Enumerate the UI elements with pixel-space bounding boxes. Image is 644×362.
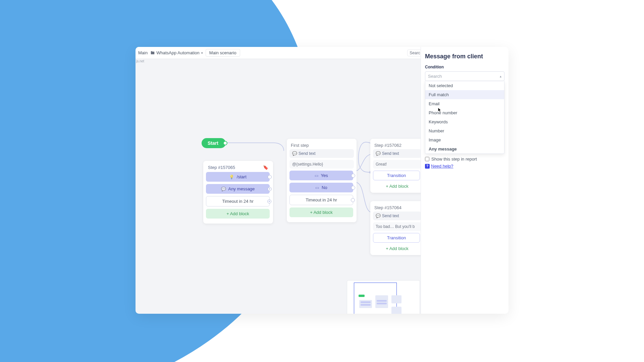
first-step-card[interactable]: First step 💬 Send text @{settings.Hello}… [287,139,357,222]
add-port[interactable]: + [268,187,272,191]
transition-chip[interactable]: Transition [373,233,420,243]
folder-icon [150,51,155,55]
chevron-down-icon: ▾ [201,51,203,55]
transition-chip[interactable]: Transition [373,171,420,180]
checkbox[interactable] [425,157,429,161]
dropdown-option[interactable]: Not selected [425,81,504,90]
send-text-content: Great! [373,160,421,169]
dropdown-option[interactable]: Email [425,99,504,108]
condition-chip-start[interactable]: 💡 /start [206,172,270,182]
step-title: First step [289,141,354,149]
app-window: Main WhatsApp Automation ▾ Main scenario… [136,47,508,314]
bulb-icon: 💡 [229,175,234,179]
timeout-chip[interactable]: Timeout in 24 hr + [206,196,270,206]
step-157062-card[interactable]: Step #157062 💬 Send text Great! Transiti… [370,139,424,193]
send-text-block[interactable]: 💬 Send text [373,149,421,158]
need-help-link[interactable]: ? Need help? [425,164,504,169]
timeout-chip[interactable]: Timeout in 24 hr [289,195,353,205]
add-block-button[interactable]: + Add block [289,207,353,217]
condition-chip-any-message[interactable]: 💬 Any message + [206,184,270,194]
condition-label: Condition [425,65,504,69]
add-block-button[interactable]: + Add block [373,182,421,190]
dropdown-option[interactable]: Full match [425,90,504,99]
mouse-cursor [437,107,443,113]
breadcrumb-folder[interactable]: WhatsApp Automation ▾ [150,50,203,55]
scenario-tab[interactable]: Main scenario [206,49,240,57]
chat-icon: 💬 [376,214,381,218]
right-sidebar: Message from client Condition Search ▴ N… [421,47,508,314]
output-port[interactable] [223,141,227,145]
output-port[interactable] [351,198,355,202]
output-port[interactable] [351,186,355,190]
step-title: Step #157064 [373,204,421,212]
add-port[interactable]: + [267,199,271,203]
step-title: Step #157065 [208,165,235,170]
card-icon: ▭ [315,173,318,178]
condition-dropdown: Not selectedFull matchEmailPhone numberK… [425,81,504,154]
step-157064-card[interactable]: Step #157064 💬 Send text Too bad… But yo… [370,201,424,255]
option-yes[interactable]: ▭ Yes [289,171,353,180]
minimap[interactable] [347,280,420,314]
add-block-button[interactable]: + Add block [206,209,270,219]
sidebar-title: Message from client [425,53,504,60]
chat-icon: 💬 [292,151,297,156]
send-text-block[interactable]: 💬 Send text [289,149,354,158]
chevron-up-icon: ▴ [500,74,501,78]
start-node[interactable]: Start [202,138,226,148]
step-title: Step #157062 [373,141,421,149]
chat-icon: 💬 [376,151,381,156]
message-icon: 💬 [221,187,226,191]
dropdown-option[interactable]: Any message [425,144,504,154]
send-text-content: Too bad… But you'll b [373,222,421,231]
card-icon: ▭ [315,185,319,190]
output-port[interactable] [268,175,272,179]
send-text-content: @{settings.Hello} [289,160,354,169]
option-no[interactable]: ▭ No [289,183,353,192]
condition-search-input[interactable]: Search ▴ [425,71,504,81]
output-port[interactable] [351,174,355,178]
breadcrumb-main[interactable]: Main [138,50,148,55]
show-in-report-checkbox[interactable]: Show this step in report [425,157,504,162]
bookmark-icon[interactable]: 🔖 [263,165,268,170]
send-text-block[interactable]: 💬 Send text [373,212,421,220]
step-157065-card[interactable]: Step #157065 🔖 💡 /start 💬 Any message + … [203,161,273,224]
connector [223,141,287,155]
dropdown-option[interactable]: Image [425,135,504,144]
breadcrumb: Main WhatsApp Automation ▾ Main scenario [138,49,240,57]
dropdown-option[interactable]: Number [425,126,504,135]
dropdown-option[interactable]: Keywords [425,117,504,126]
add-block-button[interactable]: + Add block [373,245,421,252]
help-icon: ? [425,164,430,169]
